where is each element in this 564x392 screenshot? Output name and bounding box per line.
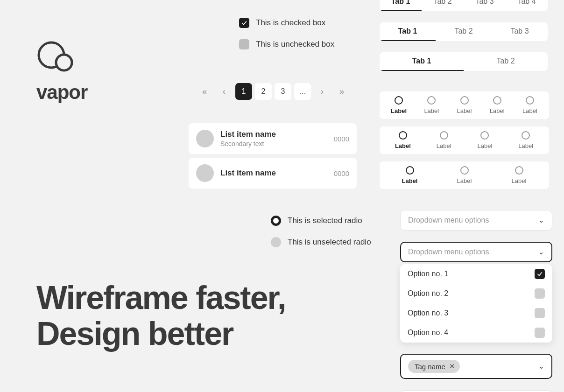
tab-1[interactable]: Tab 1 (380, 22, 436, 41)
radio-icon (480, 131, 489, 140)
radio-icon (522, 131, 530, 140)
close-icon[interactable]: ✕ (449, 362, 455, 371)
tab-1[interactable]: Tab 1 (380, 0, 422, 11)
tab-3[interactable]: Tab 3 (492, 22, 548, 41)
seg-item[interactable]: Label (415, 96, 448, 114)
seg-label: Label (512, 177, 527, 184)
dropdown-option[interactable]: Option no. 3 (400, 303, 552, 323)
list-item-value: 0000 (334, 135, 349, 143)
headline: Wireframe faster, Design better (36, 280, 285, 352)
dropdown-closed[interactable]: Dropdown menu options ⌄ (400, 210, 552, 231)
list-item[interactable]: List item name 0000 (189, 158, 357, 189)
segmented-groups: Label Label Label Label Label Label Labe… (380, 91, 549, 189)
seg-label: Label (490, 107, 505, 114)
radio-icon (460, 96, 469, 105)
dropdown-option[interactable]: Option no. 1 (400, 264, 552, 284)
seg-item[interactable]: Label (492, 166, 546, 184)
avatar (196, 164, 214, 182)
dropdown-closed[interactable]: Dropdown menu options ⌄ (400, 390, 552, 392)
dropdown-option[interactable]: Option no. 4 (400, 323, 552, 343)
dropdown-option[interactable]: Option no. 2 (400, 284, 552, 303)
pagination: « ‹ 1 2 3 … › » (196, 83, 350, 100)
brand-name: vapor (36, 81, 87, 104)
tab-group-3: Tab 1 Tab 2 Tab 3 (380, 22, 548, 41)
tag-name: Tag name (415, 363, 445, 371)
radio-unselected[interactable] (271, 237, 281, 247)
checkbox-checked[interactable] (239, 18, 249, 28)
checkbox-checked-label: This is checked box (256, 18, 325, 28)
tab-group-2: Tab 1 Tab 2 (380, 52, 548, 71)
tab-2[interactable]: Tab 2 (422, 0, 464, 11)
radio-selected-label: This is selected radio (288, 216, 362, 225)
chevron-down-icon: ⌄ (538, 362, 544, 371)
dropdown-panel: Option no. 1 Option no. 2 Option no. 3 O… (400, 264, 552, 343)
logo-icon (36, 41, 87, 72)
page-ellipsis[interactable]: … (294, 83, 311, 100)
seg-item[interactable]: Label (514, 96, 546, 114)
tab-2[interactable]: Tab 2 (464, 52, 548, 71)
seg-item[interactable]: Label (423, 131, 465, 149)
radio-selected-row: This is selected radio (271, 216, 371, 226)
seg-item[interactable]: Label (382, 131, 423, 149)
seg-label: Label (477, 142, 492, 149)
tag-chip: Tag name ✕ (408, 360, 460, 373)
option-label: Option no. 3 (408, 309, 448, 317)
seg-item[interactable]: Label (437, 166, 492, 184)
tab-4[interactable]: Tab 4 (506, 0, 548, 11)
seg-label: Label (424, 107, 439, 114)
page-3[interactable]: 3 (275, 83, 291, 100)
headline-line2: Design better (36, 316, 285, 352)
list-item-text: List item name (220, 168, 327, 178)
radio-icon (395, 96, 403, 105)
checkbox-examples: This is checked box This is unchecked bo… (239, 18, 334, 49)
dropdown-placeholder: Dropdown menu options (408, 216, 489, 224)
seg-item[interactable]: Label (448, 96, 480, 114)
checkbox-unchecked[interactable] (239, 39, 249, 49)
radio-icon (460, 166, 469, 175)
seg-label: Label (457, 107, 472, 114)
page-prev-icon[interactable]: ‹ (216, 83, 233, 100)
dropdown-placeholder: Dropdown menu options (408, 248, 489, 256)
checkbox-checked-row: This is checked box (239, 18, 334, 28)
option-label: Option no. 1 (408, 270, 448, 278)
chevron-down-icon: ⌄ (538, 216, 544, 224)
list-item-primary: List item name (220, 130, 327, 139)
headline-line1: Wireframe faster, (36, 280, 285, 316)
seg-item[interactable]: Label (481, 96, 514, 114)
radio-examples: This is selected radio This is unselecte… (271, 216, 371, 247)
tab-2[interactable]: Tab 2 (436, 22, 492, 41)
checkbox-unchecked-label: This is unchecked box (256, 40, 334, 49)
page-1[interactable]: 1 (235, 83, 252, 100)
list-items: List item name Secondary text 0000 List … (189, 123, 357, 189)
radio-selected[interactable] (271, 216, 281, 226)
tab-3[interactable]: Tab 3 (464, 0, 506, 11)
list-item-secondary: Secondary text (220, 140, 327, 147)
dropdowns: Dropdown menu options ⌄ Dropdown menu op… (400, 210, 552, 392)
seg-item[interactable]: Label (505, 131, 546, 149)
tab-group-4: Tab 1 Tab 2 Tab 3 Tab 4 (380, 0, 548, 11)
seg-item[interactable]: Label (382, 96, 415, 114)
option-label: Option no. 4 (408, 329, 448, 337)
radio-icon (493, 96, 501, 105)
page-next-icon[interactable]: › (314, 83, 331, 100)
seg-item[interactable]: Label (382, 166, 437, 184)
svg-point-1 (56, 55, 72, 70)
list-item[interactable]: List item name Secondary text 0000 (189, 123, 357, 154)
option-label: Option no. 2 (408, 289, 448, 298)
tab-1[interactable]: Tab 1 (380, 52, 464, 71)
dropdown-open-wrapper: Dropdown menu options ⌄ Option no. 1 Opt… (400, 242, 552, 343)
seg-group-5: Label Label Label Label Label (380, 91, 549, 119)
list-item-value: 0000 (334, 169, 349, 177)
brand-block: vapor (36, 41, 87, 104)
page-first-icon[interactable]: « (196, 83, 213, 100)
seg-item[interactable]: Label (465, 131, 506, 149)
unchecked-icon (535, 328, 545, 338)
seg-label: Label (391, 107, 407, 114)
dropdown-tag[interactable]: Tag name ✕ ⌄ (400, 354, 552, 379)
radio-icon (427, 96, 436, 105)
seg-label: Label (395, 142, 411, 149)
page-last-icon[interactable]: » (333, 83, 350, 100)
dropdown-open[interactable]: Dropdown menu options ⌄ (400, 242, 552, 262)
page-2[interactable]: 2 (255, 83, 272, 100)
seg-group-3: Label Label Label (380, 161, 549, 189)
